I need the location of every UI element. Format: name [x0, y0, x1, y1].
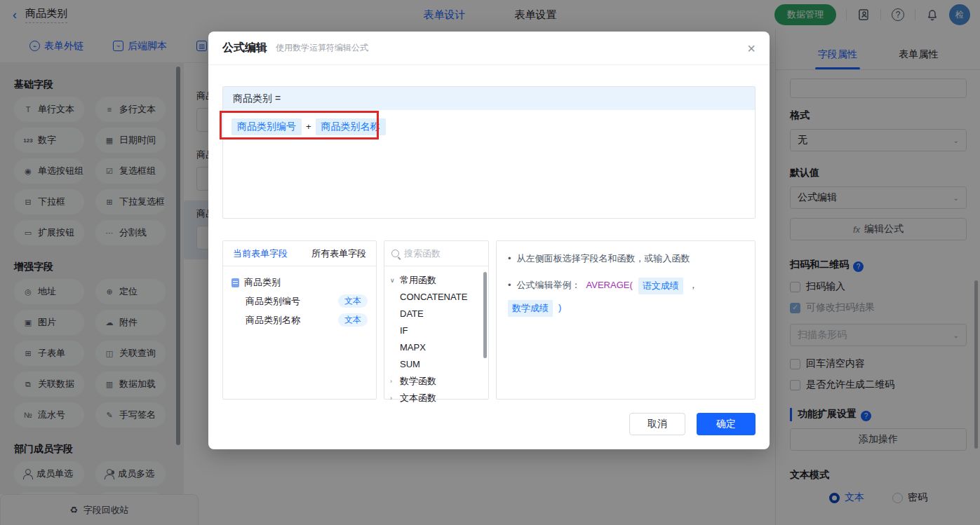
tree-item-name[interactable]: 商品类别名称 文本 — [231, 311, 368, 329]
modal-subtitle: 使用数学运算符编辑公式 — [276, 42, 368, 54]
confirm-button[interactable]: 确定 — [697, 413, 756, 435]
chevron-right-icon: › — [390, 395, 396, 402]
tip-line-1: • 从左侧面板选择字段名和函数，或输入函数 — [508, 251, 744, 266]
function-list: ∨ 常用函数 CONCATENATE DATE IF MAPX SUM › 数学… — [384, 266, 488, 412]
group-math-functions[interactable]: › 数学函数 — [384, 373, 488, 390]
type-badge: 文本 — [338, 313, 368, 327]
type-badge: 文本 — [338, 294, 368, 308]
search-placeholder: 搜索函数 — [404, 247, 441, 260]
formula-editor-box: 商品类别 = 商品类别编号+商品类别名称 — [222, 86, 756, 219]
formula-expression-area[interactable]: 商品类别编号+商品类别名称 — [223, 110, 755, 144]
formula-target: 商品类别 = — [223, 87, 755, 110]
chevron-down-icon: ∨ — [390, 277, 396, 284]
function-sum[interactable]: SUM — [384, 356, 488, 373]
search-icon — [391, 250, 399, 257]
tab-current-form-fields[interactable]: 当前表单字段 — [233, 247, 288, 260]
tree-item-code[interactable]: 商品类别编号 文本 — [231, 292, 368, 311]
cancel-button[interactable]: 取消 — [629, 413, 685, 435]
group-text-functions[interactable]: › 文本函数 — [384, 390, 488, 407]
modal-header: 公式编辑 使用数学运算符编辑公式 × — [208, 32, 770, 65]
modal-title: 公式编辑 — [222, 41, 267, 55]
tips-panel: • 从左侧面板选择字段名和函数，或输入函数 • 公式编辑举例：AVERAGE( … — [496, 240, 756, 400]
example-chip-2: 数学成绩 — [508, 300, 553, 317]
function-list-scrollbar[interactable] — [483, 272, 487, 358]
formula-chip-1[interactable]: 商品类别编号 — [231, 118, 302, 135]
tree-root[interactable]: 商品类别 — [231, 273, 368, 292]
formula-editor-modal: 公式编辑 使用数学运算符编辑公式 × 商品类别 = 商品类别编号+商品类别名称 … — [208, 32, 770, 449]
function-mapx[interactable]: MAPX — [384, 339, 488, 356]
function-if[interactable]: IF — [384, 322, 488, 339]
function-concatenate[interactable]: CONCATENATE — [384, 289, 488, 306]
example-function-name: AVERAGE( — [586, 278, 633, 294]
formula-chip-2[interactable]: 商品类别名称 — [316, 118, 386, 135]
plus-operator: + — [306, 121, 311, 132]
example-chip-1: 语文成绩 — [638, 278, 683, 294]
variables-tree: 商品类别 商品类别编号 文本 商品类别名称 文本 — [223, 266, 376, 336]
close-icon[interactable]: × — [747, 41, 756, 55]
function-search[interactable]: 搜索函数 — [384, 241, 488, 266]
tip-line-2: • 公式编辑举例：AVERAGE( 语文成绩， 数学成绩) — [508, 278, 744, 317]
tab-all-form-fields[interactable]: 所有表单字段 — [311, 247, 366, 260]
group-common-functions[interactable]: ∨ 常用函数 — [384, 272, 488, 289]
chevron-right-icon: › — [390, 378, 396, 385]
document-icon — [231, 278, 239, 287]
functions-panel: 搜索函数 ∨ 常用函数 CONCATENATE DATE IF MAPX SUM… — [384, 240, 489, 400]
modal-footer: 取消 确定 — [629, 413, 756, 435]
function-date[interactable]: DATE — [384, 306, 488, 322]
variables-panel: 当前表单字段 所有表单字段 商品类别 商品类别编号 文本 商品类别名称 文本 — [222, 240, 377, 400]
